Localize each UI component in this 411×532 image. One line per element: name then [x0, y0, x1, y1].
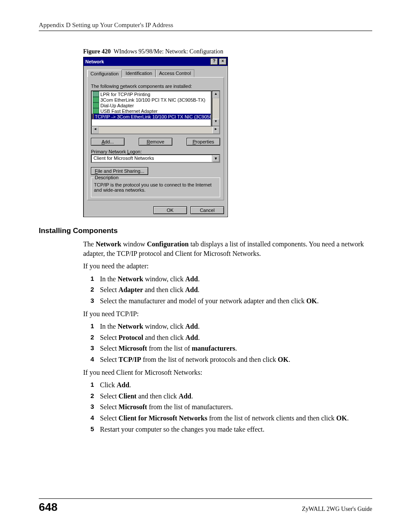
titlebar[interactable]: Network ? ×: [84, 57, 227, 66]
scroll-track[interactable]: [99, 127, 212, 134]
step: 1In the Network window, click Add.: [90, 322, 372, 331]
nic-icon: [93, 108, 99, 114]
paragraph: If you need TCP/IP:: [39, 309, 372, 319]
primary-logon-label: Primary Network Logon:: [91, 149, 220, 154]
page-number: 648: [39, 501, 57, 514]
list-item[interactable]: 3Com EtherLink 10/100 PCI TX NIC (3C905B…: [92, 97, 211, 103]
protocol-icon: [93, 114, 93, 119]
figure-caption: Figure 420 WIndows 95/98/Me: Network: Co…: [39, 48, 372, 55]
step: 5Restart your computer so the changes yo…: [90, 425, 372, 434]
tab-access-control[interactable]: Access Control: [156, 69, 194, 77]
step: 2Select Protocol and then click Add.: [90, 333, 372, 342]
components-listbox[interactable]: LPR for TCP/IP Printing 3Com EtherLink 1…: [91, 90, 212, 127]
file-print-sharing-button[interactable]: File and Print Sharing...: [91, 167, 148, 175]
paragraph: If you need the adapter:: [39, 261, 372, 271]
tab-strip: Configuration Identification Access Cont…: [87, 69, 224, 78]
vertical-scrollbar[interactable]: ▲ ▼: [212, 90, 220, 127]
step: 4Select Client for Microsoft Networks fr…: [90, 414, 372, 423]
paragraph: The Network window Configuration tab dis…: [39, 240, 372, 258]
figure-label: Figure 420: [83, 48, 111, 55]
chevron-down-icon[interactable]: ▼: [212, 155, 219, 162]
components-intro: The following network components are ins…: [91, 84, 220, 89]
properties-button[interactable]: Properties: [187, 138, 220, 146]
network-dialog: Network ? × Configuration Identification…: [83, 57, 228, 217]
step: 3Select the manufacturer and model of yo…: [90, 296, 372, 306]
step: 4Select TCP/IP from the list of network …: [90, 355, 372, 364]
nic-icon: [93, 97, 99, 103]
description-legend: Description: [94, 175, 119, 180]
scroll-up-icon[interactable]: ▲: [212, 91, 219, 98]
scroll-track[interactable]: [212, 98, 219, 119]
description-group: Description TCP/IP is the protocol you u…: [91, 177, 220, 197]
horizontal-scrollbar[interactable]: ◄ ►: [91, 126, 220, 134]
page-footer: 648 ZyWALL 2WG User's Guide: [39, 498, 372, 514]
figure-caption-text: WIndows 95/98/Me: Network: Configuration: [114, 48, 224, 55]
list-item[interactable]: LPR for TCP/IP Printing: [92, 91, 211, 97]
scroll-left-icon[interactable]: ◄: [92, 127, 99, 134]
step: 3Select Microsoft from the list of manuf…: [90, 344, 372, 353]
close-icon[interactable]: ×: [219, 58, 227, 65]
paragraph: If you need Client for Microsoft Network…: [39, 368, 372, 377]
list-item[interactable]: USB Fast Ethernet Adapter: [92, 108, 211, 114]
ok-button[interactable]: OK: [153, 206, 187, 214]
dialog-title: Network: [85, 59, 209, 64]
section-heading: Installing Components: [39, 227, 372, 235]
steps-tcpip: 1In the Network window, click Add. 2Sele…: [39, 322, 372, 364]
guide-title: ZyWALL 2WG User's Guide: [302, 506, 372, 513]
steps-adapter: 1In the Network window, click Add. 2Sele…: [39, 274, 372, 306]
printer-icon: [93, 91, 99, 97]
scroll-down-icon[interactable]: ▼: [212, 119, 219, 126]
tab-configuration[interactable]: Configuration: [87, 70, 122, 78]
steps-client: 1Click Add. 2Select Client and then clic…: [39, 380, 372, 434]
step: 1In the Network window, click Add.: [90, 274, 372, 284]
tab-identification[interactable]: Identification: [122, 69, 156, 77]
primary-logon-value: Client for Microsoft Networks: [93, 156, 154, 161]
help-icon[interactable]: ?: [210, 58, 218, 65]
page-header: Appendix D Setting up Your Computer's IP…: [39, 22, 372, 31]
list-item[interactable]: Dial-Up Adapter: [92, 103, 211, 108]
remove-button[interactable]: Remove: [139, 138, 172, 146]
step: 2Select Adapter and then click Add.: [90, 285, 372, 295]
cancel-button[interactable]: Cancel: [190, 206, 224, 214]
list-item-selected[interactable]: TCP/IP -> 3Com EtherLink 10/100 PCI TX N…: [92, 114, 211, 119]
primary-logon-select[interactable]: Client for Microsoft Networks ▼: [91, 154, 220, 163]
add-button[interactable]: Add...: [91, 138, 125, 146]
step: 2Select Client and then click Add.: [90, 392, 372, 401]
nic-icon: [93, 103, 99, 108]
description-text: TCP/IP is the protocol you use to connec…: [94, 182, 217, 193]
step: 1Click Add.: [90, 380, 372, 390]
scroll-right-icon[interactable]: ►: [212, 127, 219, 134]
step: 3Select Microsoft from the list of manuf…: [90, 402, 372, 412]
